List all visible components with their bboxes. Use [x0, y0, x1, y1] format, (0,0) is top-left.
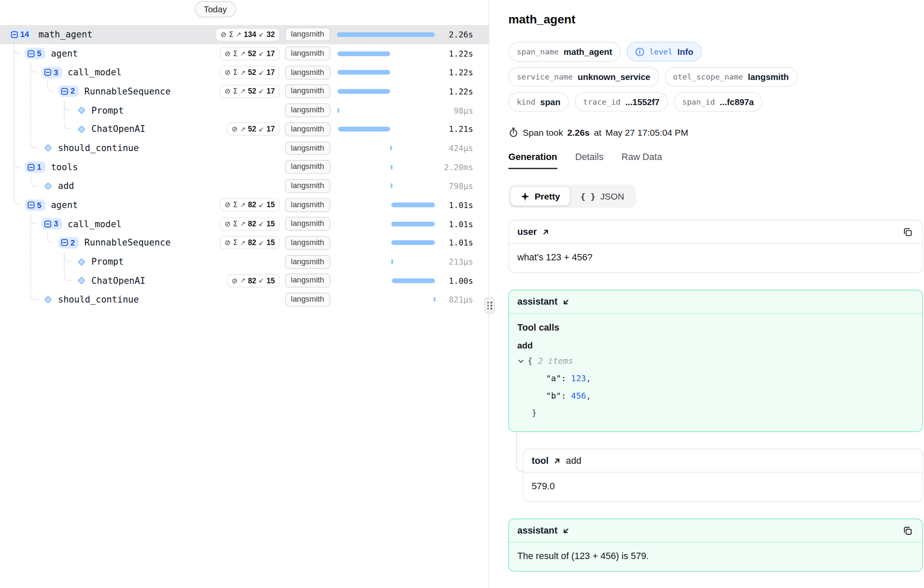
- leaf-diamond-icon: [78, 258, 86, 265]
- collapse-badge[interactable]: 3: [42, 218, 62, 230]
- duration-bar: [391, 222, 435, 226]
- token-stats: ⊘↗52↙17: [227, 123, 279, 136]
- input-tokens: 82: [248, 201, 257, 209]
- copy-icon: [903, 525, 913, 536]
- tab-details[interactable]: Details: [575, 152, 604, 169]
- minus-square-icon: [28, 50, 35, 57]
- duration-bar: [337, 89, 390, 94]
- input-arrow-icon: ↗: [240, 201, 245, 209]
- duration-bar: [391, 240, 435, 245]
- trace-row-add[interactable]: addlangsmith798µs: [0, 177, 489, 195]
- tool-call-name: add: [517, 340, 914, 350]
- stopwatch-icon: [508, 127, 519, 137]
- span-name-label: RunnableSequence: [84, 237, 171, 248]
- leaf-diamond-icon: [44, 296, 52, 303]
- collapse-badge[interactable]: 2: [59, 86, 79, 97]
- output-tokens: 15: [266, 239, 275, 247]
- timeline-cell: [334, 44, 437, 63]
- duration-label: 1.01s: [437, 200, 489, 209]
- tokens-icon: ⊘: [225, 201, 231, 209]
- trace-row-RunnableSequence[interactable]: 2RunnableSequence⊘Σ↗52↙17langsmith1.22s: [0, 82, 489, 100]
- output-tokens: 17: [266, 87, 275, 96]
- span-name-label: Prompt: [91, 105, 124, 116]
- message-header: user: [509, 220, 922, 244]
- trace-row-ChatOpenAI[interactable]: ChatOpenAI⊘↗52↙17langsmith1.21s: [0, 120, 489, 138]
- trace-row-RunnableSequence[interactable]: 2RunnableSequence⊘Σ↗82↙15langsmith1.01s: [0, 233, 489, 252]
- timing-prefix: Span took: [523, 127, 563, 137]
- json-open-brace: {: [528, 352, 533, 370]
- collapse-badge[interactable]: 3: [42, 67, 62, 78]
- collapse-badge[interactable]: 5: [25, 199, 46, 211]
- trace-row-should_continue[interactable]: should_continuelangsmith821µs: [0, 290, 489, 309]
- langsmith-tag: langsmith: [285, 274, 330, 288]
- minus-square-icon: [28, 201, 35, 208]
- output-tokens: 15: [266, 201, 275, 209]
- duration-label: 1.22s: [437, 49, 489, 58]
- duration-bar: [337, 51, 390, 56]
- langsmith-tag: langsmith: [285, 141, 330, 155]
- collapse-badge[interactable]: 2: [59, 237, 79, 248]
- attr-pill-otel-scope-name: otel_scope_name langsmith: [664, 67, 797, 86]
- langsmith-tag: langsmith: [285, 85, 330, 98]
- collapse-badge[interactable]: 5: [25, 48, 46, 59]
- leaf-diamond-icon: [78, 126, 86, 133]
- attr-pill-trace-id: trace_id ...1552f7: [575, 92, 668, 111]
- sigma-icon: Σ: [233, 68, 238, 77]
- output-arrow-icon: ↙: [259, 88, 264, 95]
- duration-label: 821µs: [437, 295, 489, 304]
- trace-row-agent[interactable]: 5agent⊘Σ↗82↙15langsmith1.01s: [0, 195, 489, 214]
- collapse-badge[interactable]: 1: [25, 161, 46, 173]
- sigma-icon: Σ: [233, 201, 238, 209]
- trace-row-tools[interactable]: 1toolslangsmith2.20ms: [0, 157, 489, 176]
- sigma-icon: Σ: [233, 49, 238, 58]
- tab-generation[interactable]: Generation: [508, 152, 557, 169]
- trace-row-agent[interactable]: 5agent⊘Σ↗52↙17langsmith1.22s: [0, 44, 489, 63]
- trace-row-ChatOpenAI[interactable]: ChatOpenAI⊘↗82↙15langsmith1.00s: [0, 271, 489, 290]
- output-tokens: 15: [266, 220, 275, 228]
- message-body: Tool calls add { 2 items a :: [509, 314, 922, 431]
- trace-row-should_continue[interactable]: should_continuelangsmith424µs: [0, 139, 489, 157]
- sigma-icon: Σ: [233, 87, 238, 96]
- copy-button[interactable]: [901, 225, 914, 238]
- trace-row-Prompt[interactable]: Promptlangsmith213µs: [0, 252, 489, 271]
- arrow-up-right-icon: [553, 457, 561, 465]
- copy-button[interactable]: [901, 524, 914, 537]
- span-name-label: should_continue: [58, 143, 139, 154]
- duration-label: 213µs: [437, 257, 489, 266]
- input-arrow-icon: ↗: [240, 50, 245, 57]
- span-name-label: math_agent: [39, 29, 93, 40]
- date-filter-button[interactable]: Today: [195, 1, 236, 17]
- span-name-label: call_model: [68, 219, 122, 229]
- input-tokens: 52: [248, 68, 257, 77]
- trace-row-math_agent[interactable]: 14math_agent⊘Σ↗134↙32langsmith2.26s: [0, 25, 489, 44]
- output-tokens: 32: [266, 30, 275, 39]
- langsmith-tag: langsmith: [285, 28, 330, 41]
- duration-bar: [433, 297, 435, 302]
- output-arrow-icon: ↙: [259, 201, 264, 209]
- message-header: assistant: [509, 290, 922, 314]
- child-count: 2: [71, 238, 75, 247]
- tool-calls-title: Tool calls: [517, 322, 914, 333]
- tab-raw-data[interactable]: Raw Data: [622, 152, 662, 169]
- timeline-cell: [334, 271, 437, 290]
- message-header: assistant: [509, 519, 922, 542]
- trace-row-call_model[interactable]: 3call_model⊘Σ↗82↙15langsmith1.01s: [0, 214, 489, 233]
- sigma-icon: Σ: [229, 30, 234, 39]
- chevron-down-icon[interactable]: [517, 357, 525, 365]
- trace-row-Prompt[interactable]: Promptlangsmith98µs: [0, 101, 489, 120]
- minus-square-icon: [61, 239, 68, 246]
- minus-square-icon: [44, 220, 51, 228]
- panel-resize-handle[interactable]: [485, 297, 495, 314]
- trace-row-call_model[interactable]: 3call_model⊘Σ↗52↙17langsmith1.22s: [0, 63, 489, 82]
- span-name-label: agent: [51, 200, 78, 210]
- pretty-toggle-button[interactable]: Pretty: [511, 187, 570, 206]
- collapse-badge[interactable]: 14: [9, 29, 33, 40]
- timeline-cell: [334, 139, 437, 157]
- json-toggle-button[interactable]: { } JSON: [571, 187, 634, 206]
- span-name-label: agent: [51, 48, 78, 59]
- timeline-cell: [334, 252, 437, 271]
- tool-args-json: { 2 items a : 123 , b : 456: [517, 352, 914, 422]
- input-arrow-icon: ↗: [240, 126, 245, 133]
- input-arrow-icon: ↗: [236, 31, 241, 38]
- tokens-icon: ⊘: [225, 68, 231, 77]
